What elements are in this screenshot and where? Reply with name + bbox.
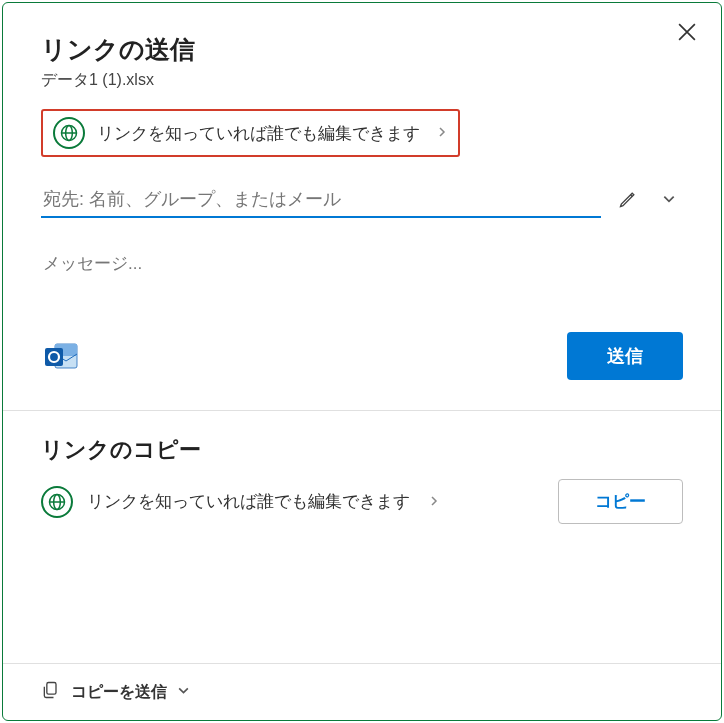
close-icon	[678, 23, 696, 44]
message-input[interactable]	[41, 224, 683, 282]
copy-send-icon	[41, 680, 61, 704]
dialog-filename: データ1 (1).xlsx	[41, 70, 683, 91]
permission-dropdown-button[interactable]	[655, 184, 683, 218]
outlook-icon[interactable]	[41, 336, 81, 376]
copy-section-title: リンクのコピー	[41, 435, 683, 465]
recipient-input[interactable]	[41, 183, 601, 218]
share-dialog: リンクの送信 データ1 (1).xlsx リンクを知っていれば誰でも編集できます	[2, 2, 722, 721]
dialog-title: リンクの送信	[41, 33, 683, 66]
svg-rect-11	[47, 683, 56, 695]
copy-button[interactable]: コピー	[558, 479, 683, 524]
close-button[interactable]	[671, 17, 703, 49]
copy-permission-text: リンクを知っていれば誰でも編集できます	[87, 490, 410, 513]
edit-permission-button[interactable]	[611, 184, 645, 218]
svg-rect-6	[45, 348, 63, 366]
chevron-down-icon	[177, 683, 190, 701]
chevron-right-icon	[428, 493, 440, 511]
copy-permission-selector[interactable]: リンクを知っていれば誰でも編集できます	[41, 486, 440, 518]
send-button[interactable]: 送信	[567, 332, 683, 380]
globe-icon	[41, 486, 73, 518]
pencil-icon	[618, 189, 638, 212]
chevron-right-icon	[436, 124, 448, 142]
footer-text: コピーを送信	[71, 682, 167, 703]
send-copy-button[interactable]: コピーを送信	[3, 663, 721, 720]
permission-text: リンクを知っていれば誰でも編集できます	[97, 122, 420, 145]
permission-selector[interactable]: リンクを知っていれば誰でも編集できます	[41, 109, 460, 157]
globe-icon	[53, 117, 85, 149]
chevron-down-icon	[662, 192, 676, 209]
svg-line-3	[631, 195, 633, 197]
